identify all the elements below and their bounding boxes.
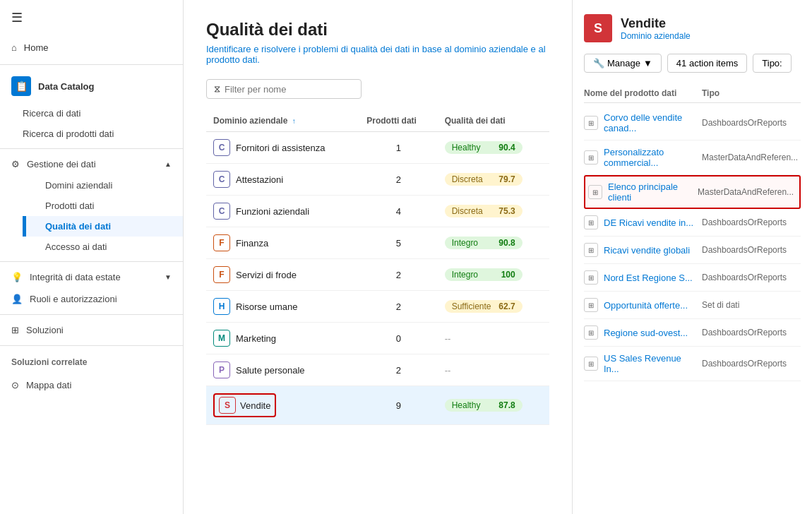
domain-cell: MMarketing [206, 323, 359, 354]
ruoli-label: Ruoli e autorizzazioni [30, 294, 172, 304]
sidebar-item-ricerca-dati[interactable]: Ricerca di dati [0, 103, 183, 124]
sidebar-item-ricerca-prodotti-dati[interactable]: Ricerca di prodotti dati [0, 124, 183, 144]
domain-badge: F [213, 234, 230, 251]
right-panel: S Vendite Dominio aziendale 🔧 Manage ▼ 4… [572, 0, 812, 514]
manage-button[interactable]: 🔧 Manage ▼ [584, 54, 662, 73]
quality-cell: Discreta75.3 [438, 196, 549, 227]
domain-cell: FFinanza [206, 227, 359, 259]
product-type: Set di dati [702, 300, 801, 310]
quality-badge: Discreta79.7 [445, 173, 523, 186]
domain-badge: P [213, 361, 230, 378]
product-icon: ⊞ [588, 185, 602, 199]
quality-cell: Healthy90.4 [438, 132, 549, 164]
table-row[interactable]: FFinanza5Integro90.8 [206, 227, 549, 259]
sidebar-item-accesso-ai-dati[interactable]: Accesso ai dati [23, 237, 183, 257]
quality-cell: Discreta79.7 [438, 164, 549, 196]
sidebar-item-mappa-dati[interactable]: ⊙ Mappa dati [0, 374, 183, 396]
product-type: MasterDataAndReferen... [698, 187, 796, 197]
product-name: Personalizzato commercial... [604, 147, 696, 168]
table-row[interactable]: SVendite9Healthy87.8 [206, 386, 549, 425]
domain-name: Finanza [236, 238, 268, 249]
data-catalog-icon: 📋 [11, 76, 31, 96]
gestione-icon: ⚙ [11, 159, 20, 169]
domain-cell: CAttestazioni [206, 164, 359, 196]
sidebar-data-catalog[interactable]: 📋 Data Catalog [0, 69, 183, 103]
sidebar-group-integrita[interactable]: 💡 Integrità di data estate ▼ [0, 266, 183, 288]
col-qualita-dati[interactable]: Qualità dei dati [438, 110, 549, 132]
sidebar-group-gestione-dati[interactable]: ⚙ Gestione dei dati ▲ [0, 153, 183, 175]
domain-name: Vendite [240, 400, 270, 411]
product-name: Nord Est Regione S... [604, 273, 696, 283]
panel-row[interactable]: ⊞Opportunità offerte...Set di dati [584, 292, 801, 319]
panel-row[interactable]: ⊞DE Ricavi vendite in...DashboardsOrRepo… [584, 209, 801, 237]
sidebar-item-qualita-dei-dati[interactable]: Qualità dei dati [23, 216, 183, 237]
sidebar-divider-1 [0, 64, 183, 65]
product-type: MasterDataAndReferen... [702, 153, 801, 162]
domain-name: Fornitori di assistenza [236, 143, 325, 153]
mappa-icon: ⊙ [11, 380, 19, 390]
domain-name: Risorse umane [236, 301, 297, 312]
sidebar-item-domini-aziendali[interactable]: Domini aziendali [23, 175, 183, 196]
domain-cell: PSalute personale [206, 354, 359, 386]
domain-name: Marketing [236, 333, 276, 344]
col-prodotti-dati[interactable]: Prodotti dati [359, 110, 437, 132]
ruoli-icon: 👤 [11, 294, 23, 304]
panel-row[interactable]: ⊞Ricavi vendite globaliDashboardsOrRepor… [584, 237, 801, 264]
sidebar-divider-5 [0, 345, 183, 346]
product-name: Ricavi vendite globali [604, 245, 696, 256]
product-icon: ⊞ [584, 116, 598, 130]
filter-input-container[interactable]: ⧖ [206, 79, 362, 99]
quality-badge: Healthy87.8 [445, 399, 523, 412]
domain-name: Attestazioni [236, 174, 283, 185]
quality-cell: Integro90.8 [438, 227, 549, 259]
domain-name: Funzioni aziendali [236, 206, 309, 217]
domain-table: Dominio aziendale ↑ Prodotti dati Qualit… [206, 110, 549, 425]
filter-input[interactable] [225, 84, 354, 95]
products-count: 2 [359, 291, 437, 323]
product-name: US Sales Revenue In... [604, 353, 696, 374]
filter-icon: ⧖ [214, 83, 220, 95]
table-row[interactable]: CFornitori di assistenza1Healthy90.4 [206, 132, 549, 164]
sidebar-group-ruoli[interactable]: 👤 Ruoli e autorizzazioni [0, 288, 183, 310]
tipo-button[interactable]: Tipo: [753, 54, 791, 73]
domain-badge: C [213, 171, 230, 188]
table-row[interactable]: HRisorse umane2Sufficiente62.7 [206, 291, 549, 323]
panel-row[interactable]: ⊞Elenco principale clientiMasterDataAndR… [584, 175, 801, 209]
mappa-label: Mappa dati [26, 380, 71, 390]
filter-bar: ⧖ [206, 79, 549, 99]
sidebar: ☰ ⌂ Home 📋 Data Catalog Ricerca di dati … [0, 0, 184, 514]
table-header-row: Dominio aziendale ↑ Prodotti dati Qualit… [206, 110, 549, 132]
panel-row[interactable]: ⊞Corvo delle vendite canad...DashboardsO… [584, 106, 801, 141]
product-icon: ⊞ [584, 298, 598, 312]
action-items-button[interactable]: 41 action items [667, 54, 747, 73]
panel-row[interactable]: ⊞Regione sud-ovest...DashboardsOrReports [584, 319, 801, 347]
product-type: DashboardsOrReports [702, 359, 801, 369]
domain-badge: C [213, 139, 230, 156]
table-row[interactable]: MMarketing0-- [206, 323, 549, 354]
table-row[interactable]: PSalute personale2-- [206, 354, 549, 386]
domain-cell: SVendite [206, 386, 359, 425]
panel-table-header: Nome del prodotto dati Tipo [584, 84, 801, 103]
table-row[interactable]: CAttestazioni2Discreta79.7 [206, 164, 549, 196]
sidebar-divider-4 [0, 314, 183, 315]
table-row[interactable]: FServizi di frode2Integro100 [206, 259, 549, 291]
products-count: 5 [359, 227, 437, 259]
quality-badge: Integro90.8 [445, 237, 523, 249]
col-dominio-aziendale[interactable]: Dominio aziendale ↑ [206, 110, 359, 132]
sidebar-item-home[interactable]: ⌂ Home [0, 35, 183, 60]
product-type: DashboardsOrReports [702, 245, 801, 255]
chevron-down-icon: ▼ [165, 273, 172, 281]
table-row[interactable]: CFunzioni aziendali4Discreta75.3 [206, 196, 549, 227]
panel-rows: ⊞Corvo delle vendite canad...DashboardsO… [584, 106, 801, 381]
panel-row[interactable]: ⊞US Sales Revenue In...DashboardsOrRepor… [584, 347, 801, 381]
domain-cell: FServizi di frode [206, 259, 359, 291]
sidebar-item-prodotti-dati[interactable]: Prodotti dati [23, 196, 183, 216]
panel-row[interactable]: ⊞Personalizzato commercial...MasterDataA… [584, 141, 801, 175]
sidebar-group-soluzioni[interactable]: ⊞ Soluzioni [0, 319, 183, 341]
vendor-header: S Vendite Dominio aziendale [584, 14, 801, 42]
main-content: Qualità dei dati Identificare e risolver… [184, 0, 572, 514]
hamburger-menu[interactable]: ☰ [0, 0, 183, 35]
domain-cell: CFornitori di assistenza [206, 132, 359, 164]
domain-name: Salute personale [236, 365, 305, 376]
panel-row[interactable]: ⊞Nord Est Regione S...DashboardsOrReport… [584, 264, 801, 292]
